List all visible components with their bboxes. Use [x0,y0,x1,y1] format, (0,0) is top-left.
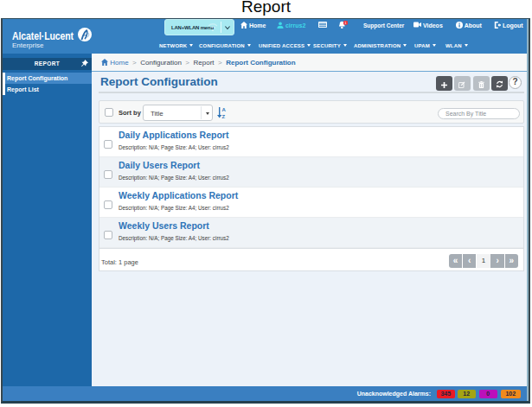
svg-text:Z: Z [222,113,226,118]
svg-text:A: A [222,107,227,112]
